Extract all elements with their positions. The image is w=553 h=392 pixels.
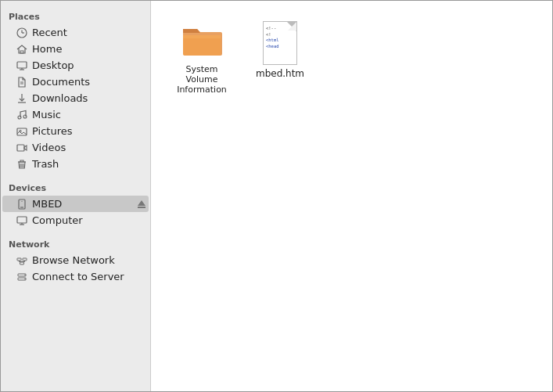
file-item-system-volume[interactable]: System Volume Information	[167, 16, 237, 99]
sidebar-item-recent[interactable]: Recent	[2, 24, 149, 41]
documents-icon	[16, 77, 27, 88]
sidebar-item-label: Browse Network	[32, 254, 144, 266]
home-icon	[16, 44, 27, 55]
svg-rect-22	[17, 258, 21, 261]
svg-rect-24	[20, 262, 24, 264]
sidebar-item-music[interactable]: Music	[2, 106, 149, 123]
sidebar-item-desktop[interactable]: Desktop	[2, 57, 149, 74]
devices-header: Devices	[1, 177, 150, 196]
svg-point-31	[24, 274, 25, 275]
computer-icon	[16, 215, 27, 226]
sidebar: Places Recent Home	[1, 1, 151, 391]
recent-icon	[16, 27, 27, 38]
svg-rect-23	[23, 258, 27, 261]
file-item-mbed-htm[interactable]: <!-- <! <html <head mbed.htm	[245, 16, 315, 99]
sidebar-item-label: Downloads	[32, 92, 144, 104]
svg-rect-15	[17, 145, 24, 151]
eject-icon[interactable]	[138, 200, 145, 208]
sidebar-item-trash[interactable]: Trash	[2, 156, 149, 172]
sidebar-item-label: Trash	[32, 158, 144, 170]
sidebar-item-label: Videos	[32, 142, 144, 153]
browse-network-icon	[16, 255, 27, 266]
file-name: mbed.htm	[256, 68, 304, 79]
svg-rect-3	[20, 51, 23, 53]
file-manager-window: Places Recent Home	[0, 0, 553, 392]
sidebar-item-browse-network[interactable]: Browse Network	[2, 252, 149, 268]
sidebar-item-downloads[interactable]: Downloads	[2, 90, 149, 106]
sidebar-item-computer[interactable]: Computer	[2, 212, 149, 228]
sidebar-item-pictures[interactable]: Pictures	[2, 123, 149, 139]
sidebar-item-label: Desktop	[32, 59, 144, 71]
connect-server-icon	[16, 272, 27, 282]
videos-icon	[16, 142, 27, 153]
sidebar-item-label: Connect to Server	[32, 271, 144, 282]
downloads-icon	[16, 93, 27, 104]
sidebar-item-label: Pictures	[32, 125, 144, 137]
sidebar-item-home[interactable]: Home	[2, 41, 149, 57]
network-header: Network	[1, 233, 150, 252]
svg-point-18	[21, 200, 22, 201]
folder-icon	[180, 21, 224, 61]
sidebar-item-label: Documents	[32, 76, 144, 88]
main-content: System Volume Information <!-- <! <html …	[151, 1, 552, 391]
sidebar-item-documents[interactable]: Documents	[2, 74, 149, 90]
device-icon	[16, 199, 27, 210]
html-file-icon: <!-- <! <html <head	[263, 21, 297, 65]
file-name: System Volume Information	[171, 64, 232, 95]
sidebar-item-label: Recent	[32, 27, 144, 38]
sidebar-item-label: Home	[32, 43, 144, 55]
sidebar-item-label: Music	[32, 109, 144, 120]
trash-icon	[16, 159, 27, 170]
sidebar-item-label: MBED	[32, 198, 138, 210]
svg-point-32	[24, 278, 25, 279]
sidebar-item-connect-to-server[interactable]: Connect to Server	[2, 268, 149, 285]
pictures-icon	[16, 126, 27, 137]
sidebar-item-mbed[interactable]: MBED	[2, 196, 149, 212]
music-icon	[16, 110, 27, 120]
places-header: Places	[1, 5, 150, 24]
sidebar-item-label: Computer	[32, 214, 144, 226]
sidebar-item-videos[interactable]: Videos	[2, 139, 149, 156]
svg-rect-4	[17, 62, 27, 68]
svg-rect-19	[17, 217, 27, 223]
desktop-icon	[16, 60, 27, 71]
